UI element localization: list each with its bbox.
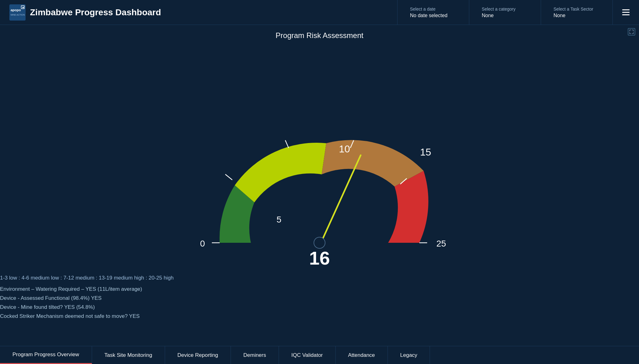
hamburger-icon xyxy=(622,9,630,15)
info-line: Device - Assessed Functional (98.4%) YES xyxy=(0,294,174,303)
sector-filter[interactable]: Select a Task Sector None xyxy=(541,0,612,25)
expand-button[interactable] xyxy=(628,28,635,36)
sector-value: None xyxy=(554,13,600,18)
tick-5 xyxy=(225,174,232,180)
app-title: Zimbabwe Progress Dashboard xyxy=(30,7,161,17)
info-line: Environment – Watering Required – YES (1… xyxy=(0,285,174,294)
date-label: Select a date xyxy=(410,7,456,12)
info-text-area: 1-3 low : 4-6 medium low : 7-12 medium :… xyxy=(0,274,174,321)
arc-yellow-green xyxy=(235,143,326,202)
apopo-logo: apopo MINE ACTION xyxy=(9,4,26,21)
gauge-svg: 0 5 10 15 xyxy=(179,112,460,274)
header: apopo MINE ACTION Zimbabwe Progress Dash… xyxy=(0,0,639,25)
gauge-value: 16 xyxy=(309,248,330,269)
header-filters: Select a date No date selected Select a … xyxy=(397,0,639,25)
info-lines: Environment – Watering Required – YES (1… xyxy=(0,285,174,321)
label-10: 10 xyxy=(339,143,350,155)
category-filter[interactable]: Select a category None xyxy=(469,0,541,25)
svg-rect-0 xyxy=(9,4,26,21)
date-filter[interactable]: Select a date No date selected xyxy=(397,0,469,25)
label-25: 25 xyxy=(436,239,446,248)
tabs-container: Program Progress OverviewTask Site Monit… xyxy=(0,346,639,364)
gauge-center xyxy=(314,237,325,248)
risk-legend: 1-3 low : 4-6 medium low : 7-12 medium :… xyxy=(0,274,174,283)
tab-legacy[interactable]: Legacy xyxy=(388,346,430,364)
tab-attendance[interactable]: Attendance xyxy=(336,346,388,364)
tab-deminers[interactable]: Deminers xyxy=(231,346,279,364)
label-15: 15 xyxy=(420,146,431,158)
svg-text:MINE ACTION: MINE ACTION xyxy=(11,14,25,16)
gauge-wrapper: 0 5 10 15 xyxy=(179,112,460,268)
tab-device-reporting[interactable]: Device Reporting xyxy=(165,346,231,364)
label-0: 0 xyxy=(200,239,205,248)
menu-button[interactable] xyxy=(612,0,639,25)
svg-text:apopo: apopo xyxy=(11,8,21,12)
info-line: Cocked Striker Mechanism deemed not safe… xyxy=(0,312,174,321)
sector-label: Select a Task Sector xyxy=(554,7,600,12)
info-line: Device - Mine found tilted? YES (54.8%) xyxy=(0,303,174,312)
bottom-tabs: Program Progress OverviewTask Site Monit… xyxy=(0,346,639,364)
tab-task-site-monitoring[interactable]: Task Site Monitoring xyxy=(92,346,165,364)
category-value: None xyxy=(482,13,528,18)
main-content: Program Risk Assessment xyxy=(0,25,639,346)
date-value: No date selected xyxy=(410,13,456,18)
tick-10 xyxy=(285,140,289,148)
logo-area: apopo MINE ACTION Zimbabwe Progress Dash… xyxy=(0,0,397,25)
label-5: 5 xyxy=(276,215,281,224)
category-label: Select a category xyxy=(482,7,528,12)
svg-rect-4 xyxy=(22,7,24,8)
tab-iqc-validator[interactable]: IQC Validator xyxy=(279,346,336,364)
tab-program-progress-overview[interactable]: Program Progress Overview xyxy=(0,346,92,364)
